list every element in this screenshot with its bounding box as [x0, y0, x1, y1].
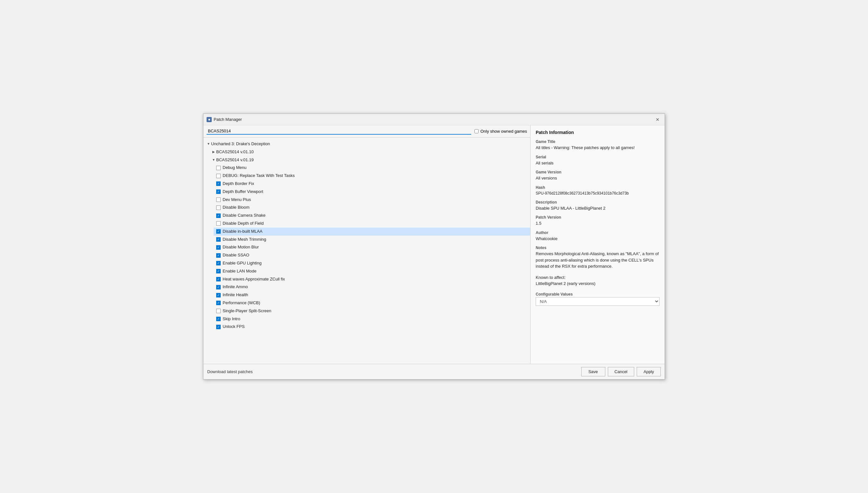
patch-checkbox-14[interactable]: ✓ — [216, 277, 221, 281]
patch-label-12: Enable GPU Lighting — [223, 260, 262, 267]
patch-item[interactable]: Single-Player Split-Screen — [214, 307, 530, 315]
patch-label-6: Disable Camera Shake — [223, 212, 266, 219]
patch-checkbox-3[interactable]: ✓ — [216, 189, 221, 194]
patch-checkbox-11[interactable]: ✓ — [216, 253, 221, 258]
patch-item[interactable]: ✓ Enable LAN Mode — [214, 267, 530, 275]
patch-label-13: Enable LAN Mode — [223, 268, 256, 275]
patch-item[interactable]: DEBUG: Replace Task With Test Tasks — [214, 172, 530, 180]
search-bar: Only show owned games — [203, 125, 530, 137]
patch-checkbox-10[interactable]: ✓ — [216, 245, 221, 250]
patch-item[interactable]: ✓ Unlock FPS — [214, 323, 530, 331]
patch-label-5: Disable Bloom — [223, 204, 250, 211]
patch-label-19: Skip Intro — [223, 316, 240, 322]
save-button[interactable]: Save — [581, 367, 605, 376]
author-label: Author — [536, 231, 660, 235]
patch-item[interactable]: Disable Depth of Field — [214, 219, 530, 228]
patch-item[interactable]: Debug Menu — [214, 164, 530, 172]
patch-tree[interactable]: ▼ Uncharted 3: Drake's Deception ▶ BCAS2… — [203, 137, 530, 364]
patch-checkbox-4[interactable] — [216, 197, 221, 202]
notes-section: Notes Removes Morphological Anti-Aliasin… — [536, 245, 660, 287]
right-panel: Patch Information Game Title All titles … — [531, 125, 665, 364]
patch-checkbox-15[interactable]: ✓ — [216, 285, 221, 290]
patch-checkbox-9[interactable]: ✓ — [216, 237, 221, 242]
patch-checkbox-17[interactable]: ✓ — [216, 301, 221, 305]
patch-checkbox-1[interactable] — [216, 174, 221, 178]
description-label: Description — [536, 200, 660, 205]
search-input[interactable] — [207, 128, 471, 135]
hash-label: Hash — [536, 185, 660, 190]
patch-label-15: Infinite Ammo — [223, 284, 248, 291]
action-buttons: Save Cancel Apply — [581, 367, 661, 376]
title-bar: ■ Patch Manager ✕ — [203, 114, 665, 125]
main-content: Only show owned games ▼ Uncharted 3: Dra… — [203, 125, 665, 364]
patch-label-0: Debug Menu — [223, 165, 246, 171]
patch-checkbox-0[interactable] — [216, 166, 221, 170]
left-panel: Only show owned games ▼ Uncharted 3: Dra… — [203, 125, 531, 364]
patch-item[interactable]: ✓ Performance (WCB) — [214, 299, 530, 307]
configurable-section: Configurable Values N/A — [536, 292, 660, 306]
patch-label-2: Depth Border Fix — [223, 180, 254, 187]
patch-item[interactable]: ✓ Depth Buffer Viewport — [214, 188, 530, 196]
version1-expand-icon: ▶ — [211, 149, 216, 154]
known-value: LittleBigPlanet 2 (early versions) — [536, 280, 660, 287]
patch-checkbox-5[interactable] — [216, 206, 221, 210]
game-node[interactable]: ▼ Uncharted 3: Drake's Deception — [203, 140, 530, 148]
patch-item[interactable]: ✓ Skip Intro — [214, 315, 530, 323]
patch-item[interactable]: ✓ Disable SSAO — [214, 251, 530, 259]
patch-label-1: DEBUG: Replace Task With Test Tasks — [223, 172, 295, 179]
patch-item[interactable]: Dev Menu Plus — [214, 196, 530, 204]
configurable-select[interactable]: N/A — [536, 297, 660, 306]
patch-item[interactable]: ✓ Infinite Ammo — [214, 283, 530, 291]
only-owned-checkbox[interactable] — [474, 129, 479, 133]
patch-label-11: Disable SSAO — [223, 252, 249, 259]
known-label: Known to affect: — [536, 274, 660, 281]
patch-item[interactable]: ✓ Depth Border Fix — [214, 180, 530, 188]
game-title-value: All titles - Warning: These patches appl… — [536, 145, 660, 151]
patch-checkbox-16[interactable]: ✓ — [216, 293, 221, 298]
only-owned-label[interactable]: Only show owned games — [474, 129, 527, 134]
game-version-label: Game Version — [536, 170, 660, 174]
patch-label-7: Disable Depth of Field — [223, 220, 264, 227]
download-label: Download latest patches — [207, 369, 253, 374]
serial-value: All serials — [536, 160, 660, 166]
patch-version-section: Patch Version 1.5 — [536, 215, 660, 227]
patch-checkbox-18[interactable] — [216, 309, 221, 313]
close-button[interactable]: ✕ — [654, 116, 661, 123]
patch-checkbox-12[interactable]: ✓ — [216, 261, 221, 265]
patch-label-16: Infinite Health — [223, 292, 248, 298]
game-label: Uncharted 3: Drake's Deception — [211, 141, 270, 147]
window-title: Patch Manager — [214, 117, 242, 122]
patch-item[interactable]: ✓ Disable Motion Blur — [214, 243, 530, 251]
patch-item[interactable]: ✓ Disable Camera Shake — [214, 212, 530, 219]
patch-checkbox-8[interactable]: ✓ — [216, 229, 221, 234]
game-version-section: Game Version All versions — [536, 170, 660, 181]
patch-item[interactable]: Disable Bloom — [214, 203, 530, 212]
hash-value: SPU-976d2128f08c362731413b75c934101b76c3… — [536, 190, 660, 196]
apply-button[interactable]: Apply — [637, 367, 661, 376]
patch-label-10: Disable Motion Blur — [223, 244, 259, 251]
version-node-2[interactable]: ▼ BCAS25014 v.01.19 — [208, 156, 530, 164]
patch-checkbox-13[interactable]: ✓ — [216, 269, 221, 274]
cancel-button[interactable]: Cancel — [608, 367, 634, 376]
version2-expand-icon: ▼ — [211, 157, 216, 163]
patch-version-value: 1.5 — [536, 220, 660, 227]
patch-item[interactable]: ✓ Disable in-built MLAA — [214, 228, 530, 236]
configurable-label: Configurable Values — [536, 292, 660, 297]
patch-label-18: Single-Player Split-Screen — [223, 308, 271, 315]
patch-item[interactable]: ✓ Infinite Health — [214, 291, 530, 299]
patch-item[interactable]: ✓ Enable GPU Lighting — [214, 259, 530, 267]
patch-item[interactable]: ✓ Disable Mesh Trimming — [214, 236, 530, 243]
game-version-value: All versions — [536, 175, 660, 181]
notes-value: Removes Morphological Anti-Aliasing, kno… — [536, 251, 660, 270]
patch-manager-window: ■ Patch Manager ✕ Only show owned games … — [203, 113, 665, 380]
patch-checkbox-2[interactable]: ✓ — [216, 181, 221, 186]
patch-checkbox-7[interactable] — [216, 221, 221, 226]
patch-checkbox-19[interactable]: ✓ — [216, 317, 221, 321]
version-node-1[interactable]: ▶ BCAS25014 v.01.10 — [208, 148, 530, 156]
patch-checkbox-6[interactable]: ✓ — [216, 213, 221, 218]
patch-label-9: Disable Mesh Trimming — [223, 236, 266, 243]
game-title-section: Game Title All titles - Warning: These p… — [536, 140, 660, 151]
patch-item[interactable]: ✓ Heat waves Approximate ZCull fix — [214, 275, 530, 283]
patch-checkbox-20[interactable]: ✓ — [216, 325, 221, 329]
author-section: Author Whatcookie — [536, 231, 660, 242]
